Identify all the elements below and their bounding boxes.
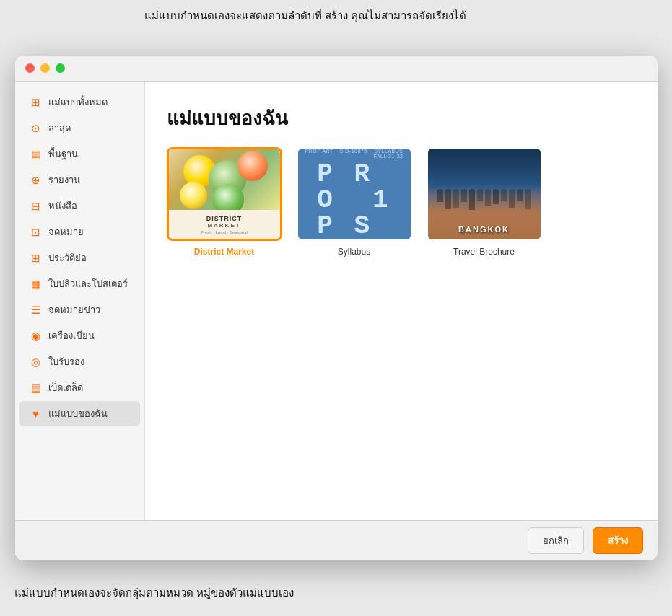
bottom-bar: ยกเลิก สร้าง (15, 520, 658, 560)
sidebar-icon-newsletter: ☰ (30, 304, 43, 317)
sidebar-label-newsletter: จดหมายข่าว (48, 302, 100, 317)
sidebar-icon-misc: ▤ (30, 382, 43, 395)
sidebar-label-report: รายงาน (48, 172, 80, 188)
sidebar-item-book[interactable]: ⊟หนังสือ (19, 193, 140, 219)
template-thumb-syllabus: PROP ART SID-10875 SYLLABUSFALL 21-22 P … (297, 147, 412, 241)
travel-thumb-bg: BANGKOK (428, 149, 541, 239)
sidebar-item-basic[interactable]: ▤พื้นฐาน (19, 141, 140, 167)
district-title: DISTRICT (206, 215, 243, 222)
sidebar-item-all[interactable]: ⊞แม่แบบทั้งหมด (19, 89, 140, 115)
sidebar-icon-recent: ⊙ (30, 122, 43, 135)
sidebar-label-letter: จดหมาย (48, 224, 84, 239)
district-bottom: DISTRICT MARKET Fresh · Local · Seasonal (169, 210, 280, 239)
main-area: ⊞แม่แบบทั้งหมด⊙ล่าสุด▤พื้นฐาน⊕รายงาน⊟หนั… (15, 82, 658, 520)
create-button[interactable]: สร้าง (593, 527, 643, 554)
syllabus-id: SID-10875 (340, 149, 367, 159)
sidebar-item-report[interactable]: ⊕รายงาน (19, 167, 140, 193)
sidebar-item-recent[interactable]: ⊙ล่าสุด (19, 115, 140, 141)
cancel-button[interactable]: ยกเลิก (528, 527, 584, 554)
sidebar-label-mytemplate: แม่แบบของฉัน (48, 406, 108, 421)
sidebar-label-recent: ล่าสุด (48, 120, 71, 136)
sidebar-label-flyer: ใบปลิวและโปสเตอร์ (48, 276, 128, 291)
sidebar-item-newsletter[interactable]: ☰จดหมายข่าว (19, 297, 140, 322)
crowd-person (477, 189, 483, 201)
sidebar-item-mytemplate[interactable]: ♥แม่แบบของฉัน (19, 401, 140, 426)
sidebar-item-resume[interactable]: ⊞ประวัติย่อ (19, 245, 140, 270)
sidebar-label-book: หนังสือ (48, 198, 77, 214)
sidebar-icon-resume: ⊞ (30, 252, 43, 265)
crowd-person (509, 189, 515, 208)
sidebar-icon-report: ⊕ (30, 174, 43, 187)
syllabus-header: PROP ART SID-10875 SYLLABUSFALL 21-22 (305, 149, 403, 159)
sidebar-label-misc: เบ็ดเตล็ด (48, 380, 83, 395)
district-market: MARKET (207, 222, 240, 229)
titlebar (15, 56, 658, 82)
close-button[interactable] (25, 63, 35, 73)
sidebar-label-resume: ประวัติย่อ (48, 250, 87, 265)
syllabus-prop-art: PROP ART (305, 149, 333, 159)
app-window: ⊞แม่แบบทั้งหมด⊙ล่าสุด▤พื้นฐาน⊕รายงาน⊟หนั… (15, 56, 658, 560)
template-item-syllabus[interactable]: PROP ART SID-10875 SYLLABUSFALL 21-22 P … (297, 147, 412, 257)
crowd-person (517, 189, 523, 201)
sidebar-icon-certificate: ◎ (30, 356, 43, 369)
crowd-person (461, 189, 467, 202)
syllabus-thumb-bg: PROP ART SID-10875 SYLLABUSFALL 21-22 P … (298, 149, 411, 239)
sidebar-item-stationery[interactable]: ◉เครื่องเขียน (19, 323, 140, 348)
sidebar-icon-mytemplate: ♥ (30, 408, 43, 420)
maximize-button[interactable] (56, 63, 65, 73)
crowd-person (493, 189, 499, 204)
sidebar-label-all: แม่แบบทั้งหมด (48, 94, 108, 110)
sidebar-icon-book: ⊟ (30, 200, 43, 213)
sidebar-label-certificate: ใบรับรอง (48, 354, 84, 369)
crowd-person (437, 189, 443, 202)
callout-top: แม่แบบกำหนดเองจะแสดงตามลำดับที่ สร้าง คุ… (144, 7, 658, 25)
syllabus-big-text: P RO 1P S (317, 162, 390, 239)
section-title: แม่แบบของฉัน (167, 103, 636, 133)
sidebar-label-basic: พื้นฐาน (48, 146, 78, 162)
crowd-person (445, 189, 451, 209)
crowd-person (485, 189, 491, 206)
sidebar-icon-all: ⊞ (30, 96, 43, 109)
district-img (169, 149, 280, 212)
crowd-person (469, 189, 475, 210)
crowd-person (453, 189, 459, 208)
sidebar-item-flyer[interactable]: ▦ใบปลิวและโปสเตอร์ (19, 271, 140, 296)
template-label-travel: Travel Brochure (453, 247, 515, 257)
sidebar: ⊞แม่แบบทั้งหมด⊙ล่าสุด▤พื้นฐาน⊕รายงาน⊟หนั… (15, 82, 145, 520)
sidebar-item-letter[interactable]: ⊡จดหมาย (19, 219, 140, 245)
crowd-person (525, 189, 531, 209)
sidebar-icon-basic: ▤ (30, 148, 43, 161)
sidebar-icon-stationery: ◉ (30, 330, 43, 343)
template-item-travel[interactable]: BANGKOK Travel Brochure (427, 147, 542, 257)
callout-bottom: แม่แบบกำหนดเองจะจัดกลุ่มตามหมวด หมู่ของต… (14, 584, 294, 602)
sidebar-label-stationery: เครื่องเขียน (48, 328, 95, 343)
district-tagline: Fresh · Local · Seasonal (201, 230, 248, 234)
template-label-syllabus: Syllabus (338, 247, 370, 257)
sidebar-icon-flyer: ▦ (30, 278, 43, 291)
crowd-person (501, 189, 507, 201)
templates-grid: DISTRICT MARKET Fresh · Local · Seasonal… (167, 147, 636, 257)
template-thumb-travel: BANGKOK (427, 147, 542, 241)
template-label-district: District Market (194, 247, 254, 257)
minimize-button[interactable] (40, 63, 50, 73)
district-thumb-bg: DISTRICT MARKET Fresh · Local · Seasonal (169, 149, 280, 239)
template-thumb-district: DISTRICT MARKET Fresh · Local · Seasonal (167, 147, 282, 241)
content-area: แม่แบบของฉัน DISTRICT MARKET Fresh · Loc… (145, 82, 658, 520)
travel-city-name: BANGKOK (458, 225, 510, 234)
sidebar-item-certificate[interactable]: ◎ใบรับรอง (19, 349, 140, 374)
sidebar-icon-letter: ⊡ (30, 226, 43, 239)
sidebar-item-misc[interactable]: ▤เบ็ดเตล็ด (19, 375, 140, 400)
travel-crowd (428, 189, 541, 225)
syllabus-term: SYLLABUSFALL 21-22 (374, 149, 403, 159)
template-item-district[interactable]: DISTRICT MARKET Fresh · Local · Seasonal… (167, 147, 282, 257)
